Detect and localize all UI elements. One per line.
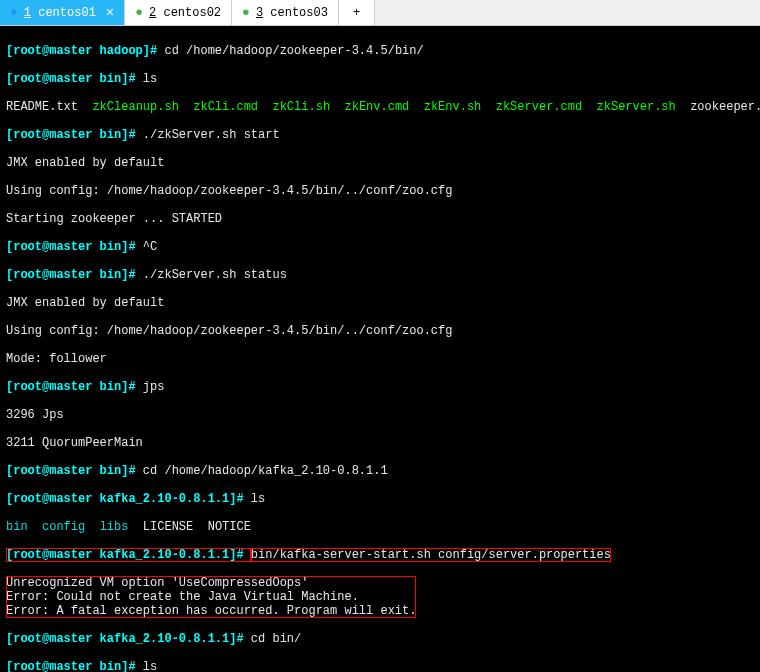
- new-tab-button[interactable]: +: [339, 0, 375, 25]
- tab-label: 1 centos01: [24, 6, 96, 20]
- output: 3211 QuorumPeerMain: [6, 436, 754, 450]
- tab-label: 3 centos03: [256, 6, 328, 20]
- error-box: Unrecognized VM option 'UseCompressedOop…: [6, 576, 416, 618]
- output: Using config: /home/hadoop/zookeeper-3.4…: [6, 184, 754, 198]
- prompt: [root@master bin]#: [6, 268, 143, 282]
- output: Starting zookeeper ... STARTED: [6, 212, 754, 226]
- cmd: ls: [251, 492, 265, 506]
- output: JMX enabled by default: [6, 296, 754, 310]
- prompt: [root@master kafka_2.10-0.8.1.1]#: [6, 632, 251, 646]
- output: JMX enabled by default: [6, 156, 754, 170]
- cmd: cd bin/: [251, 632, 301, 646]
- cmd: jps: [143, 380, 165, 394]
- close-icon[interactable]: ×: [106, 5, 114, 21]
- output: Mode: follower: [6, 352, 754, 366]
- tab-centos02[interactable]: ● 2 centos02: [125, 0, 232, 25]
- prompt: [root@master bin]#: [6, 380, 143, 394]
- prompt: [root@master bin]#: [6, 72, 143, 86]
- cmd: ./zkServer.sh status: [143, 268, 287, 282]
- cmd: cd /home/hadoop/kafka_2.10-0.8.1.1: [143, 464, 388, 478]
- prompt: [root@master bin]#: [6, 464, 143, 478]
- prompt: [root@master bin]#: [6, 660, 143, 672]
- output: Using config: /home/hadoop/zookeeper-3.4…: [6, 324, 754, 338]
- cmd: ls: [143, 660, 157, 672]
- ls-output: bin config libs LICENSE NOTICE: [6, 520, 754, 534]
- cmd-boxed: bin/kafka-server-start.sh config/server.…: [251, 548, 611, 562]
- tab-label: 2 centos02: [149, 6, 221, 20]
- prompt: [root@master hadoop]#: [6, 44, 164, 58]
- tab-centos03[interactable]: ● 3 centos03: [232, 0, 339, 25]
- prompt: [root@master bin]#: [6, 128, 143, 142]
- prompt: [root@master kafka_2.10-0.8.1.1]#: [6, 492, 251, 506]
- tab-status-icon: ●: [135, 5, 143, 20]
- prompt-boxed: [root@master kafka_2.10-0.8.1.1]#: [6, 548, 251, 562]
- prompt: [root@master bin]#: [6, 240, 143, 254]
- cmd: ./zkServer.sh start: [143, 128, 280, 142]
- cmd: cd /home/hadoop/zookeeper-3.4.5/bin/: [164, 44, 423, 58]
- output: 3296 Jps: [6, 408, 754, 422]
- tab-bar: ● 1 centos01 × ● 2 centos02 ● 3 centos03…: [0, 0, 760, 26]
- tab-status-icon: ●: [10, 5, 18, 20]
- tab-status-icon: ●: [242, 5, 250, 20]
- cmd: ^C: [143, 240, 157, 254]
- ls-output: README.txt zkCleanup.sh zkCli.cmd zkCli.…: [6, 100, 754, 114]
- tab-centos01[interactable]: ● 1 centos01 ×: [0, 0, 125, 25]
- cmd: ls: [143, 72, 157, 86]
- terminal[interactable]: [root@master hadoop]# cd /home/hadoop/zo…: [0, 26, 760, 672]
